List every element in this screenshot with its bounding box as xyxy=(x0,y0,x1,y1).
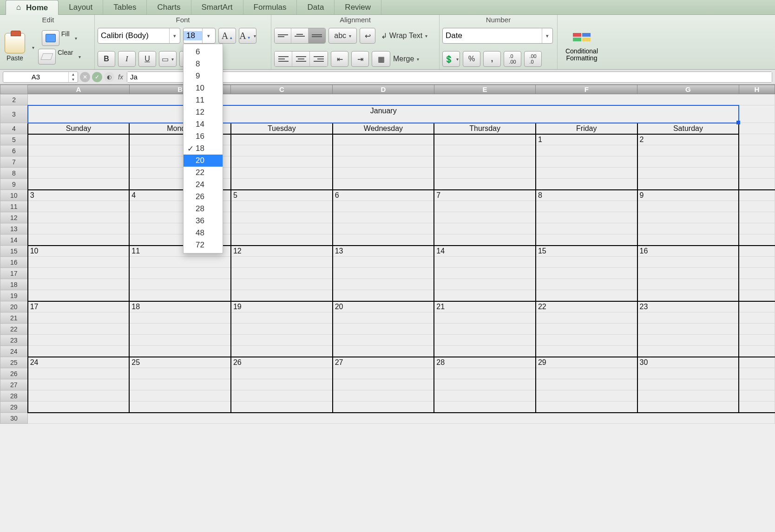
row-header[interactable]: 24 xyxy=(0,346,28,357)
calendar-cell[interactable] xyxy=(28,201,130,212)
font-size-option[interactable]: 28 xyxy=(184,203,223,215)
calendar-cell[interactable]: 19 xyxy=(231,301,333,312)
font-size-arrow[interactable] xyxy=(202,28,214,43)
day-header[interactable]: Saturday xyxy=(637,123,739,134)
cell[interactable] xyxy=(739,168,775,179)
calendar-cell[interactable] xyxy=(434,257,536,268)
name-box[interactable]: ▲▼ xyxy=(3,71,78,83)
tab-formulas[interactable]: Formulas xyxy=(243,0,297,14)
calendar-cell[interactable] xyxy=(637,179,739,190)
calendar-cell[interactable] xyxy=(637,290,739,301)
fill-dropdown[interactable] xyxy=(72,30,78,46)
calendar-cell[interactable] xyxy=(536,212,637,223)
calendar-cell[interactable] xyxy=(28,234,130,246)
calendar-cell[interactable]: 17 xyxy=(28,301,130,312)
paste-button[interactable]: Paste xyxy=(7,54,23,62)
calendar-cell[interactable] xyxy=(333,223,434,234)
calendar-cell[interactable]: 16 xyxy=(637,246,739,257)
calendar-cell[interactable] xyxy=(434,390,536,402)
tab-data[interactable]: Data xyxy=(297,0,335,14)
calendar-cell[interactable] xyxy=(536,379,637,390)
row-header[interactable]: 23 xyxy=(0,335,28,346)
calendar-cell[interactable] xyxy=(231,201,333,212)
h-align-segmented[interactable] xyxy=(274,51,328,67)
calendar-cell[interactable] xyxy=(333,324,434,335)
underline-button[interactable]: U xyxy=(138,51,156,67)
calendar-cell[interactable] xyxy=(333,257,434,268)
row-header[interactable]: 18 xyxy=(0,279,28,290)
calendar-cell[interactable] xyxy=(28,179,130,190)
calendar-cell[interactable] xyxy=(637,379,739,390)
calendar-cell[interactable] xyxy=(536,223,637,234)
cell[interactable] xyxy=(739,279,775,290)
row-header[interactable]: 19 xyxy=(0,290,28,301)
clear-dropdown[interactable] xyxy=(75,49,81,65)
cell[interactable] xyxy=(739,145,775,156)
row-header[interactable]: 15 xyxy=(0,246,28,257)
calendar-cell[interactable]: 14 xyxy=(434,246,536,257)
calendar-cell[interactable] xyxy=(129,257,231,268)
cell[interactable] xyxy=(739,402,775,413)
calendar-cell[interactable] xyxy=(28,223,130,234)
v-align-top[interactable] xyxy=(275,28,291,43)
row-header[interactable]: 7 xyxy=(0,156,28,168)
calendar-cell[interactable] xyxy=(231,346,333,357)
row-header[interactable]: 29 xyxy=(0,402,28,413)
cell[interactable] xyxy=(739,134,775,145)
calendar-cell[interactable] xyxy=(536,145,637,156)
wrap-text-dropdown[interactable]: ↲ Wrap Text xyxy=(378,28,436,44)
calendar-cell[interactable] xyxy=(231,223,333,234)
calendar-cell[interactable] xyxy=(231,390,333,402)
calendar-cell[interactable]: 15 xyxy=(536,246,637,257)
calendar-cell[interactable] xyxy=(333,335,434,346)
calendar-cell[interactable] xyxy=(129,402,231,413)
row-header[interactable]: 16 xyxy=(0,257,28,268)
calendar-cell[interactable] xyxy=(28,290,130,301)
row-header[interactable]: 2 xyxy=(0,94,28,105)
shrink-font-button[interactable]: A xyxy=(239,28,256,44)
calendar-cell[interactable] xyxy=(28,145,130,156)
calendar-cell[interactable] xyxy=(333,346,434,357)
row-header[interactable]: 13 xyxy=(0,223,28,234)
calendar-cell[interactable] xyxy=(231,324,333,335)
calendar-cell[interactable] xyxy=(637,324,739,335)
font-size-option[interactable]: 10 xyxy=(184,82,223,94)
calendar-cell[interactable] xyxy=(434,134,536,145)
day-header[interactable]: Thursday xyxy=(434,123,536,134)
calendar-cell[interactable] xyxy=(536,201,637,212)
calendar-cell[interactable] xyxy=(434,268,536,279)
row-header[interactable]: 25 xyxy=(0,357,28,368)
calendar-cell[interactable] xyxy=(28,257,130,268)
cell[interactable] xyxy=(739,301,775,312)
calendar-cell[interactable] xyxy=(637,346,739,357)
calendar-cell[interactable]: 10 xyxy=(28,246,130,257)
calendar-cell[interactable] xyxy=(637,335,739,346)
tab-review[interactable]: Review xyxy=(335,0,381,14)
row-header[interactable]: 30 xyxy=(0,413,28,424)
calendar-cell[interactable]: 20 xyxy=(333,301,434,312)
name-box-stepper[interactable]: ▲▼ xyxy=(68,72,78,82)
calendar-cell[interactable] xyxy=(129,335,231,346)
font-name-arrow[interactable] xyxy=(169,28,180,43)
tab-layout[interactable]: Layout xyxy=(59,0,103,14)
number-format-input[interactable] xyxy=(443,31,542,40)
font-size-option[interactable]: 26 xyxy=(184,191,223,203)
calendar-cell[interactable] xyxy=(637,145,739,156)
calendar-cell[interactable] xyxy=(28,335,130,346)
accept-formula-button[interactable]: ✓ xyxy=(92,72,102,82)
day-header[interactable]: Friday xyxy=(536,123,637,134)
calendar-cell[interactable]: 18 xyxy=(129,301,231,312)
paste-dropdown[interactable] xyxy=(28,39,35,55)
calendar-cell[interactable]: 6 xyxy=(333,190,434,201)
calendar-cell[interactable] xyxy=(637,268,739,279)
cell[interactable] xyxy=(739,290,775,301)
calendar-cell[interactable] xyxy=(333,279,434,290)
col-header-E[interactable]: E xyxy=(434,85,536,94)
calendar-cell[interactable] xyxy=(333,134,434,145)
calendar-cell[interactable]: 25 xyxy=(129,357,231,368)
cell[interactable] xyxy=(739,312,775,324)
calendar-cell[interactable] xyxy=(434,290,536,301)
font-size-option[interactable]: 22 xyxy=(184,167,223,179)
calendar-cell[interactable] xyxy=(129,324,231,335)
cell[interactable] xyxy=(739,223,775,234)
